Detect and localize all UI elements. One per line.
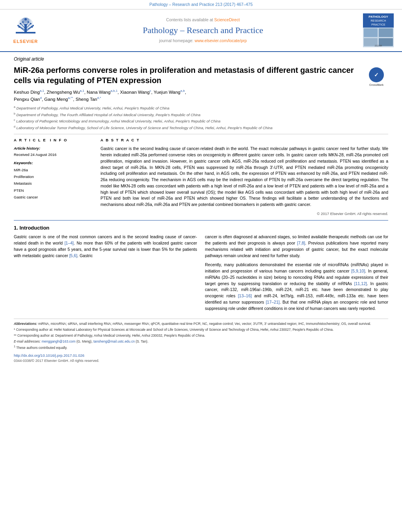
article-title: MiR-26a performs converse roles in proli…	[14, 65, 388, 85]
article-type: Original article	[14, 56, 388, 63]
journal-title: Pathology – Research and Practice	[47, 24, 359, 37]
intro-left-text: Gastric cancer is one of the most common…	[14, 234, 197, 259]
introduction-section: 1. Introduction Gastric cancer is one of…	[14, 220, 388, 315]
ref-11-12[interactable]: [11,12]	[354, 281, 367, 286]
svg-point-20	[28, 21, 29, 23]
keyword-1: MiR-26a	[14, 167, 93, 173]
svg-point-14	[17, 25, 19, 26]
page: Pathology – Research and Practice 213 (2…	[0, 0, 402, 532]
email-meng[interactable]: menggangh@163.com	[41, 339, 75, 343]
keyword-4: PTEN	[14, 187, 93, 194]
crossmark-icon: ✓	[369, 67, 384, 82]
article-info-column: A R T I C L E I N F O Article history: R…	[14, 137, 93, 216]
footnotes: Abbreviations: miRNA, microRNA; siRNA, s…	[14, 319, 388, 363]
keywords-label: Keywords:	[14, 160, 93, 165]
intro-columns: Gastric cancer is one of the most common…	[14, 234, 388, 315]
top-bar: Pathology – Research and Practice 213 (2…	[0, 0, 402, 9]
prp-box: PATHOLOGY RESEARCH PRACTICE	[363, 13, 394, 28]
issn-line: 0344-0338/© 2017 Elsevier GmbH. All righ…	[14, 358, 388, 364]
corresponding-2: ** Corresponding author at: Department o…	[14, 333, 388, 338]
journal-issue-info: Pathology – Research and Practice 213 (2…	[149, 2, 253, 7]
doi-link[interactable]: http://dx.doi.org/10.1016/j.prp.2017.01.…	[14, 353, 388, 358]
svg-text:213 84: 213 84	[375, 44, 382, 47]
ref-7-8[interactable]: [7,8]	[297, 241, 305, 245]
svg-point-15	[20, 23, 21, 24]
prp-pathology: PATHOLOGY	[365, 15, 392, 19]
ref-5-9-10[interactable]: [5,9,10]	[351, 269, 365, 273]
svg-point-21	[24, 18, 27, 20]
email-tan[interactable]: tansheng@mail.ustc.edu.cn	[93, 339, 135, 343]
journal-header: ELSEVIER Contents lists available at Sci…	[0, 9, 402, 52]
article-info-header: A R T I C L E I N F O	[14, 137, 93, 143]
affiliation-c: c Laboratory of Pathogenic Microbiology …	[14, 118, 388, 124]
keyword-3: Metastasis	[14, 180, 93, 187]
ref-1-4[interactable]: [1–4]	[65, 241, 74, 245]
sciencedirect-text: Contents lists available at ScienceDirec…	[47, 17, 359, 23]
crossmark[interactable]: ✓ CrossMark	[365, 65, 388, 89]
journal-url[interactable]: www.elsevier.com/locate/prp	[195, 38, 247, 43]
keyword-5: Gastric cancer	[14, 194, 93, 200]
svg-point-18	[30, 23, 32, 24]
prp-cover-image: 213 84	[363, 28, 394, 47]
affiliation-a: a Department of Pathology, Anhui Medical…	[14, 105, 388, 111]
equal-contribution: 1 These authors contributed equally.	[14, 345, 388, 350]
email-addresses: E-mail addresses: menggangh@163.com (G. …	[14, 339, 388, 344]
divider-1	[14, 134, 388, 134]
corresponding-1: * Corresponding author at: Hefei Nationa…	[14, 327, 388, 332]
keyword-2: Proliferation	[14, 173, 93, 180]
copyright: © 2017 Elsevier GmbH. All rights reserve…	[100, 211, 388, 216]
affiliation-d: d Laboratory of Molecular Tumor Patholog…	[14, 125, 388, 131]
abstract-header: A B S T R A C T	[100, 137, 388, 143]
svg-rect-0	[16, 32, 35, 33]
intro-left-col: Gastric cancer is one of the most common…	[14, 234, 197, 315]
svg-rect-23	[364, 28, 378, 37]
ref-5-6[interactable]: [5,6]	[69, 253, 77, 258]
prp-logo: PATHOLOGY RESEARCH PRACTICE 213 84	[363, 13, 394, 48]
elsevier-tree-icon	[14, 16, 37, 38]
affiliations: a Department of Pathology, Anhui Medical…	[14, 105, 388, 131]
prp-research: RESEARCH	[365, 19, 392, 23]
svg-text:✓: ✓	[374, 72, 379, 78]
elsevier-logo: ELSEVIER	[8, 16, 43, 44]
ref-13-16[interactable]: [13–16]	[238, 293, 252, 298]
main-content: Original article MiR-26a performs conver…	[0, 52, 402, 367]
article-info-abstract: A R T I C L E I N F O Article history: R…	[14, 137, 388, 216]
journal-center: Contents lists available at ScienceDirec…	[47, 17, 359, 44]
intro-right-col: cancer is often diagnosed at advanced st…	[205, 234, 388, 315]
abstract-column: A B S T R A C T Gastric cancer is the se…	[100, 137, 388, 216]
svg-point-19	[22, 21, 24, 23]
affiliation-b: b Department of Pathology, The Fourth Af…	[14, 112, 388, 118]
intro-right-text-2: Recently, many publications demonstrated…	[205, 262, 388, 311]
abbreviations: Abbreviations: miRNA, microRNA; siRNA, s…	[14, 321, 388, 326]
prp-practice: PRACTICE	[365, 23, 392, 27]
elsevier-label: ELSEVIER	[13, 39, 38, 44]
svg-point-17	[32, 25, 34, 26]
section-title: 1. Introduction	[14, 224, 388, 232]
sciencedirect-link[interactable]: ScienceDirect	[214, 17, 240, 22]
abstract-text: Gastric cancer is the second leading cau…	[100, 146, 388, 208]
journal-homepage: journal homepage: www.elsevier.com/locat…	[47, 38, 359, 44]
crossmark-label: CrossMark	[369, 83, 383, 87]
intro-right-text-1: cancer is often diagnosed at advanced st…	[205, 234, 388, 259]
authors: Keshuo Dinga,1, Zhengsheng Wua,1, Nana W…	[14, 89, 388, 103]
article-history-label: Article history:	[14, 146, 93, 151]
keywords-list: MiR-26a Proliferation Metastasis PTEN Ga…	[14, 167, 93, 200]
svg-rect-24	[379, 28, 393, 37]
ref-17-21[interactable]: [17–21]	[266, 300, 279, 304]
received-date: Received 24 August 2016	[14, 152, 93, 157]
